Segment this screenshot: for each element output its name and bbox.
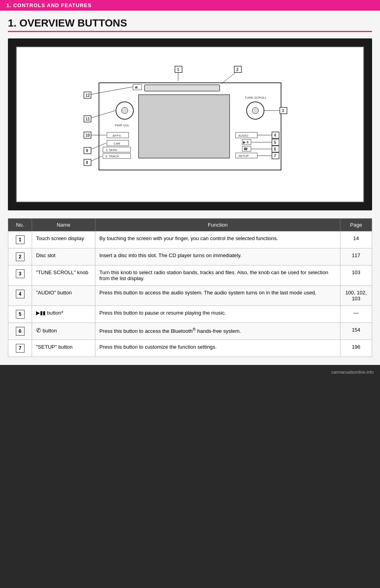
number-box: 3 (16, 269, 25, 278)
cell-function: Press this button to access the audio sy… (95, 286, 340, 306)
svg-text:4: 4 (274, 133, 276, 137)
svg-rect-1 (139, 95, 230, 158)
cell-name: Touch screen display (32, 231, 95, 248)
cell-function: By touching the screen with your finger,… (95, 231, 340, 248)
table-row: 7"SETUP" buttonPress this button to cust… (8, 340, 372, 357)
cell-no: 1 (8, 231, 32, 248)
svg-text:APPS: APPS (112, 134, 121, 137)
svg-text:9: 9 (86, 149, 88, 153)
number-box: 6 (16, 327, 25, 336)
diagram-inner: PWR VOL TUNE SCROLL APPS CAR ∧ SEEK (16, 46, 364, 202)
diagram-container: PWR VOL TUNE SCROLL APPS CAR ∧ SEEK (8, 38, 372, 210)
footer-logo: carmanualsonline.info (331, 370, 374, 374)
cell-name: "TUNE SCROLL" knob (32, 265, 95, 286)
cell-page: 14 (340, 231, 372, 248)
cell-function: Press this button to pause or resume pla… (95, 306, 340, 323)
svg-text:8: 8 (86, 160, 88, 165)
unit-diagram: PWR VOL TUNE SCROLL APPS CAR ∧ SEEK (67, 59, 313, 186)
col-header-no: No. (8, 219, 32, 231)
svg-line-30 (222, 71, 238, 84)
svg-text:▶⏸: ▶⏸ (243, 140, 249, 144)
cell-page: 103 (340, 265, 372, 286)
table-row: 3"TUNE SCROLL" knobTurn this knob to sel… (8, 265, 372, 286)
cell-no: 5 (8, 306, 32, 323)
table-row: 6✆ buttonPress this button to access the… (8, 323, 372, 340)
col-header-name: Name (32, 219, 95, 231)
svg-rect-2 (144, 85, 220, 91)
cell-page: 100, 102, 103 (340, 286, 372, 306)
svg-text:SETUP: SETUP (238, 154, 249, 158)
table-row: 1Touch screen displayBy touching the scr… (8, 231, 372, 248)
svg-text:10: 10 (86, 133, 90, 137)
cell-name: ✆ button (32, 323, 95, 340)
svg-text:PWR  VOL: PWR VOL (115, 124, 129, 127)
page-content: 1. OVERVIEW BUTTONS (0, 11, 380, 365)
cell-name: "SETUP" button (32, 340, 95, 357)
bottom-area: carmanualsonline.info (0, 365, 380, 397)
cell-function: Turn this knob to select radio station b… (95, 265, 340, 286)
svg-point-4 (122, 107, 128, 114)
number-box: 7 (16, 344, 25, 353)
cell-name: Disc slot (32, 248, 95, 265)
cell-name: "AUDIO" button (32, 286, 95, 306)
table-row: 5▶▮▮ button*Press this button to pause o… (8, 306, 372, 323)
number-box: 2 (16, 252, 25, 261)
table-row: 2Disc slotInsert a disc into this slot. … (8, 248, 372, 265)
col-header-page: Page (340, 219, 372, 231)
svg-text:⏏: ⏏ (135, 85, 138, 89)
svg-text:2: 2 (236, 67, 239, 72)
overview-table: No. Name Function Page 1Touch screen dis… (8, 218, 372, 357)
svg-text:5: 5 (274, 140, 276, 145)
svg-text:3: 3 (282, 109, 284, 113)
section-title: 1. OVERVIEW BUTTONS (8, 17, 372, 32)
name-text: ✆ button (36, 328, 57, 334)
svg-text:CAR: CAR (114, 142, 120, 145)
cell-function: Press this button to access the Bluetoot… (95, 323, 340, 340)
svg-text:AUDIO: AUDIO (238, 134, 248, 137)
svg-text:☎: ☎ (243, 147, 248, 151)
number-box: 4 (16, 290, 25, 298)
svg-text:1: 1 (177, 67, 179, 72)
cell-no: 7 (8, 340, 32, 357)
name-text: ▶▮▮ button* (36, 310, 63, 316)
svg-text:7: 7 (274, 154, 276, 158)
cell-no: 6 (8, 323, 32, 340)
svg-text:∨  TRACK: ∨ TRACK (105, 155, 120, 158)
cell-page: 117 (340, 248, 372, 265)
svg-text:12: 12 (86, 93, 90, 97)
cell-page: — (340, 306, 372, 323)
cell-no: 2 (8, 248, 32, 265)
cell-no: 4 (8, 286, 32, 306)
number-box: 1 (16, 235, 25, 244)
svg-text:6: 6 (274, 147, 276, 151)
cell-page: 196 (340, 340, 372, 357)
svg-text:∧  SEEK: ∧ SEEK (106, 148, 118, 152)
cell-no: 3 (8, 265, 32, 286)
cell-page: 154 (340, 323, 372, 340)
svg-text:11: 11 (86, 117, 90, 121)
page-header: 1. CONTROLS AND FEATURES (0, 0, 380, 11)
col-header-function: Function (95, 219, 340, 231)
svg-text:TUNE  SCROLL: TUNE SCROLL (245, 96, 267, 99)
number-box: 5 (16, 310, 25, 319)
cell-name: ▶▮▮ button* (32, 306, 95, 323)
cell-function: Press this button to customize the funct… (95, 340, 340, 357)
table-row: 4"AUDIO" buttonPress this button to acce… (8, 286, 372, 306)
cell-function: Insert a disc into this slot. The CD pla… (95, 248, 340, 265)
svg-point-6 (252, 107, 258, 114)
